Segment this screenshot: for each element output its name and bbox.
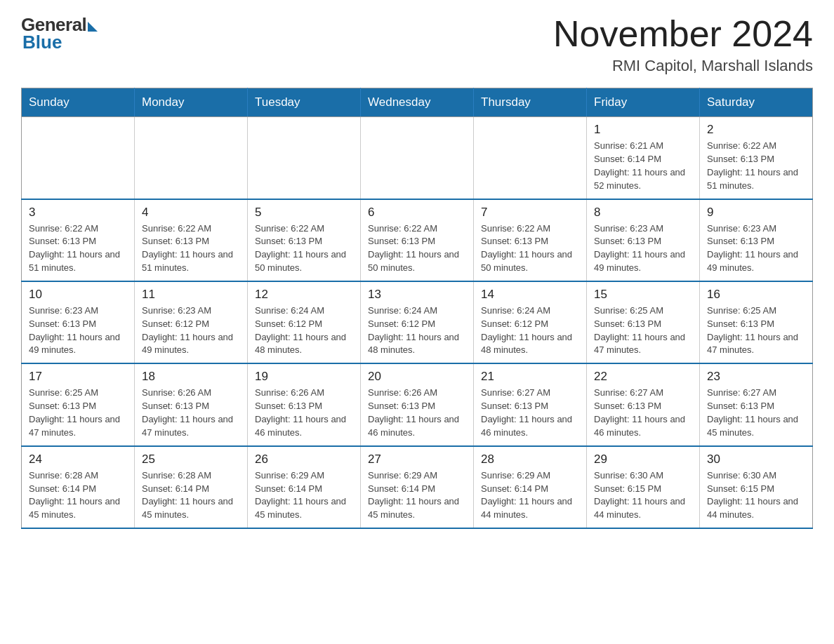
day-info: Sunrise: 6:22 AMSunset: 6:13 PMDaylight:… <box>707 140 805 192</box>
day-number: 23 <box>707 370 805 384</box>
calendar-day-cell: 5Sunrise: 6:22 AMSunset: 6:13 PMDaylight… <box>248 199 361 281</box>
calendar-week-row: 24Sunrise: 6:28 AMSunset: 6:14 PMDayligh… <box>22 446 813 528</box>
calendar-day-cell: 4Sunrise: 6:22 AMSunset: 6:13 PMDaylight… <box>135 199 248 281</box>
day-info: Sunrise: 6:28 AMSunset: 6:14 PMDaylight:… <box>142 469 240 522</box>
day-info: Sunrise: 6:29 AMSunset: 6:14 PMDaylight:… <box>255 469 353 522</box>
logo-triangle-icon <box>88 22 98 32</box>
day-info: Sunrise: 6:21 AMSunset: 6:14 PMDaylight:… <box>594 140 692 192</box>
calendar-day-cell: 13Sunrise: 6:24 AMSunset: 6:12 PMDayligh… <box>361 281 474 363</box>
calendar-day-cell: 18Sunrise: 6:26 AMSunset: 6:13 PMDayligh… <box>135 363 248 445</box>
calendar-day-cell: 25Sunrise: 6:28 AMSunset: 6:14 PMDayligh… <box>135 446 248 528</box>
calendar-day-cell: 14Sunrise: 6:24 AMSunset: 6:12 PMDayligh… <box>474 281 587 363</box>
day-number: 14 <box>481 288 579 302</box>
day-info: Sunrise: 6:29 AMSunset: 6:14 PMDaylight:… <box>481 469 579 522</box>
day-info: Sunrise: 6:23 AMSunset: 6:13 PMDaylight:… <box>707 222 805 275</box>
day-info: Sunrise: 6:25 AMSunset: 6:13 PMDaylight:… <box>29 387 127 439</box>
day-number: 27 <box>368 452 466 467</box>
col-thursday: Thursday <box>474 88 587 117</box>
month-title: November 2024 <box>553 14 813 54</box>
calendar-day-cell <box>248 117 361 199</box>
day-info: Sunrise: 6:23 AMSunset: 6:12 PMDaylight:… <box>142 304 240 357</box>
day-number: 13 <box>368 288 466 302</box>
day-number: 7 <box>481 206 579 220</box>
day-number: 16 <box>707 288 805 302</box>
day-number: 29 <box>594 452 692 467</box>
calendar-day-cell: 3Sunrise: 6:22 AMSunset: 6:13 PMDaylight… <box>22 199 135 281</box>
day-info: Sunrise: 6:28 AMSunset: 6:14 PMDaylight:… <box>29 469 127 522</box>
col-monday: Monday <box>135 88 248 117</box>
day-number: 2 <box>707 123 805 137</box>
day-number: 5 <box>255 206 353 220</box>
calendar-day-cell: 28Sunrise: 6:29 AMSunset: 6:14 PMDayligh… <box>474 446 587 528</box>
calendar-day-cell: 20Sunrise: 6:26 AMSunset: 6:13 PMDayligh… <box>361 363 474 445</box>
calendar-day-cell: 23Sunrise: 6:27 AMSunset: 6:13 PMDayligh… <box>700 363 813 445</box>
col-sunday: Sunday <box>22 88 135 117</box>
title-area: November 2024 RMI Capitol, Marshall Isla… <box>553 14 813 75</box>
day-number: 11 <box>142 288 240 302</box>
day-number: 3 <box>29 206 127 220</box>
calendar-day-cell: 16Sunrise: 6:25 AMSunset: 6:13 PMDayligh… <box>700 281 813 363</box>
day-number: 4 <box>142 206 240 220</box>
calendar-day-cell: 17Sunrise: 6:25 AMSunset: 6:13 PMDayligh… <box>22 363 135 445</box>
day-number: 10 <box>29 288 127 302</box>
col-saturday: Saturday <box>700 88 813 117</box>
calendar-day-cell: 21Sunrise: 6:27 AMSunset: 6:13 PMDayligh… <box>474 363 587 445</box>
day-info: Sunrise: 6:26 AMSunset: 6:13 PMDaylight:… <box>368 387 466 439</box>
calendar-day-cell: 29Sunrise: 6:30 AMSunset: 6:15 PMDayligh… <box>587 446 700 528</box>
day-info: Sunrise: 6:26 AMSunset: 6:13 PMDaylight:… <box>142 387 240 439</box>
day-number: 17 <box>29 370 127 384</box>
calendar-day-cell <box>474 117 587 199</box>
calendar-day-cell: 26Sunrise: 6:29 AMSunset: 6:14 PMDayligh… <box>248 446 361 528</box>
col-wednesday: Wednesday <box>361 88 474 117</box>
day-number: 22 <box>594 370 692 384</box>
day-number: 20 <box>368 370 466 384</box>
day-info: Sunrise: 6:24 AMSunset: 6:12 PMDaylight:… <box>255 304 353 357</box>
day-info: Sunrise: 6:22 AMSunset: 6:13 PMDaylight:… <box>29 222 127 275</box>
logo: General Blue <box>21 14 98 53</box>
day-info: Sunrise: 6:30 AMSunset: 6:15 PMDaylight:… <box>707 469 805 522</box>
calendar-day-cell: 10Sunrise: 6:23 AMSunset: 6:13 PMDayligh… <box>22 281 135 363</box>
day-number: 28 <box>481 452 579 467</box>
calendar-day-cell: 15Sunrise: 6:25 AMSunset: 6:13 PMDayligh… <box>587 281 700 363</box>
calendar-day-cell <box>361 117 474 199</box>
day-info: Sunrise: 6:22 AMSunset: 6:13 PMDaylight:… <box>368 222 466 275</box>
calendar-day-cell: 30Sunrise: 6:30 AMSunset: 6:15 PMDayligh… <box>700 446 813 528</box>
day-info: Sunrise: 6:24 AMSunset: 6:12 PMDaylight:… <box>481 304 579 357</box>
day-info: Sunrise: 6:30 AMSunset: 6:15 PMDaylight:… <box>594 469 692 522</box>
logo-blue-text: Blue <box>22 32 62 53</box>
col-friday: Friday <box>587 88 700 117</box>
day-info: Sunrise: 6:27 AMSunset: 6:13 PMDaylight:… <box>707 387 805 439</box>
page-header: General Blue November 2024 RMI Capitol, … <box>21 14 813 75</box>
calendar-header-row: Sunday Monday Tuesday Wednesday Thursday… <box>22 88 813 117</box>
day-info: Sunrise: 6:22 AMSunset: 6:13 PMDaylight:… <box>142 222 240 275</box>
calendar-day-cell: 9Sunrise: 6:23 AMSunset: 6:13 PMDaylight… <box>700 199 813 281</box>
calendar-day-cell: 22Sunrise: 6:27 AMSunset: 6:13 PMDayligh… <box>587 363 700 445</box>
calendar-day-cell: 2Sunrise: 6:22 AMSunset: 6:13 PMDaylight… <box>700 117 813 199</box>
day-info: Sunrise: 6:25 AMSunset: 6:13 PMDaylight:… <box>594 304 692 357</box>
day-info: Sunrise: 6:22 AMSunset: 6:13 PMDaylight:… <box>481 222 579 275</box>
calendar-week-row: 10Sunrise: 6:23 AMSunset: 6:13 PMDayligh… <box>22 281 813 363</box>
day-number: 25 <box>142 452 240 467</box>
calendar-day-cell <box>135 117 248 199</box>
day-number: 30 <box>707 452 805 467</box>
day-info: Sunrise: 6:24 AMSunset: 6:12 PMDaylight:… <box>368 304 466 357</box>
day-number: 19 <box>255 370 353 384</box>
calendar-week-row: 3Sunrise: 6:22 AMSunset: 6:13 PMDaylight… <box>22 199 813 281</box>
day-number: 12 <box>255 288 353 302</box>
calendar-day-cell: 19Sunrise: 6:26 AMSunset: 6:13 PMDayligh… <box>248 363 361 445</box>
day-number: 24 <box>29 452 127 467</box>
calendar-day-cell: 27Sunrise: 6:29 AMSunset: 6:14 PMDayligh… <box>361 446 474 528</box>
col-tuesday: Tuesday <box>248 88 361 117</box>
day-number: 18 <box>142 370 240 384</box>
calendar-day-cell: 6Sunrise: 6:22 AMSunset: 6:13 PMDaylight… <box>361 199 474 281</box>
calendar-day-cell <box>22 117 135 199</box>
day-info: Sunrise: 6:23 AMSunset: 6:13 PMDaylight:… <box>29 304 127 357</box>
calendar-day-cell: 12Sunrise: 6:24 AMSunset: 6:12 PMDayligh… <box>248 281 361 363</box>
day-number: 8 <box>594 206 692 220</box>
calendar-day-cell: 1Sunrise: 6:21 AMSunset: 6:14 PMDaylight… <box>587 117 700 199</box>
day-info: Sunrise: 6:27 AMSunset: 6:13 PMDaylight:… <box>594 387 692 439</box>
calendar-day-cell: 8Sunrise: 6:23 AMSunset: 6:13 PMDaylight… <box>587 199 700 281</box>
calendar-week-row: 1Sunrise: 6:21 AMSunset: 6:14 PMDaylight… <box>22 117 813 199</box>
calendar-day-cell: 11Sunrise: 6:23 AMSunset: 6:12 PMDayligh… <box>135 281 248 363</box>
day-info: Sunrise: 6:25 AMSunset: 6:13 PMDaylight:… <box>707 304 805 357</box>
